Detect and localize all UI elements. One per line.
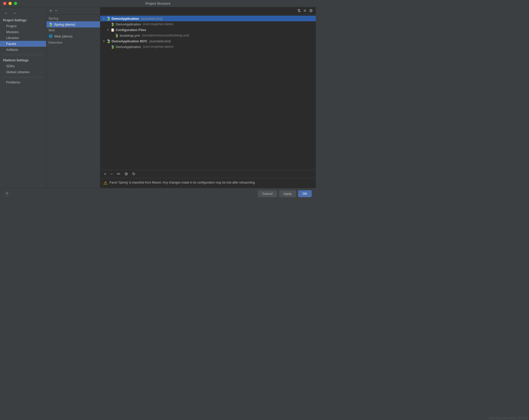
sidebar-item-artifacts[interactable]: Artifacts [0, 47, 46, 53]
sidebar-item-global-libraries[interactable]: Global Libraries [0, 69, 46, 75]
main-layout: ← → Project Settings Project Modules Lib… [0, 7, 316, 188]
remove-facet-button[interactable]: − [54, 8, 58, 13]
ok-button[interactable]: OK [298, 190, 312, 197]
maximize-button[interactable] [14, 2, 17, 5]
sdks-label: SDKs [6, 64, 15, 68]
spring-icon: 🍃 [48, 22, 53, 26]
web-demo-label: Web (demo) [54, 34, 72, 38]
footer-right: Cancel Apply OK [258, 190, 312, 197]
minimize-button[interactable] [8, 2, 12, 5]
middle-content: Spring 🍃 Spring (demo) Web 🌐 Web (demo) … [46, 15, 100, 188]
tree-name-5: DemoApplication [116, 45, 141, 49]
footer-left: ? [4, 191, 10, 197]
edit-action-button[interactable]: ✏ [115, 171, 122, 177]
title-bar: Project Structure [0, 0, 316, 7]
web-demo-item[interactable]: 🌐 Web (demo) [46, 33, 100, 39]
right-toolbar: ⇅ ≡ ⚙ [100, 7, 316, 15]
traffic-lights[interactable] [3, 2, 17, 5]
spring-group-label: Spring [46, 16, 100, 21]
remove-action-button[interactable]: − [109, 171, 114, 177]
detection-label: Detection [46, 39, 100, 45]
middle-panel: + − Spring 🍃 Spring (demo) Web 🌐 Web (de… [46, 7, 100, 188]
tree-arrow-2: ▼ [106, 28, 110, 31]
tree-path-5: (com.muyichen.demo) [143, 45, 173, 49]
sort-icon-glyph: ⇅ [297, 8, 301, 13]
tree-arrow-3 [111, 34, 114, 37]
sidebar-item-modules[interactable]: Modules [0, 29, 46, 35]
sidebar-divider [3, 55, 43, 55]
tree-path-1: (com.muyichen.demo) [143, 22, 173, 26]
tree-row-config-files[interactable]: ▼ 📋 Configuration Files [100, 27, 316, 33]
apply-button[interactable]: Apply [279, 190, 296, 197]
artifacts-label: Artifacts [6, 48, 18, 52]
add-facet-button[interactable]: + [48, 8, 53, 13]
spring-icon-0: 🍃 [106, 16, 111, 21]
spring-demo-item[interactable]: 🍃 Spring (demo) [46, 21, 100, 27]
project-label: Project [6, 24, 16, 28]
tree-row-demo-mvc-pkg[interactable]: 🍃 DemoApplication (com.muyichen.demo) [100, 44, 316, 50]
cancel-button[interactable]: Cancel [258, 190, 277, 197]
refresh-action-button[interactable]: ↻ [131, 171, 137, 177]
tree-content: ▼ 🍃 DemoApplication (autodetected) 🍃 Dem… [100, 15, 316, 170]
right-panel: ⇅ ≡ ⚙ ▼ 🍃 DemoApplication (autodetected)… [100, 7, 316, 188]
tree-name-3: bootstrap.yml [120, 34, 140, 37]
spring-icon-1: 🍃 [111, 22, 115, 26]
sidebar-item-facets[interactable]: Facets [0, 41, 46, 47]
tree-name-1: DemoApplication [116, 22, 141, 26]
sidebar-item-problems[interactable]: Problems [0, 79, 46, 85]
facets-label: Facets [6, 42, 16, 46]
warning-icon: ⚠ [103, 180, 107, 186]
sidebar-divider-2 [3, 77, 43, 77]
spring-icon-5: 🍃 [111, 45, 115, 49]
tree-name-4: DemoApplication MVC [112, 39, 147, 43]
tree-italic-0: (autodetected) [140, 17, 162, 21]
platform-settings-label: Platform Settings [0, 57, 46, 63]
close-button[interactable] [3, 2, 6, 5]
web-group-label: Web [46, 27, 100, 33]
sidebar-nav: ← → [0, 9, 46, 17]
settings-icon-glyph: ⚙ [309, 8, 313, 13]
tree-arrow-5 [106, 45, 110, 48]
tree-name-2: Configuration Files [116, 28, 146, 32]
filter-icon[interactable]: ≡ [303, 8, 307, 13]
settings-icon[interactable]: ⚙ [308, 8, 314, 13]
settings-action-button[interactable]: ⚙ [123, 171, 130, 177]
tree-row-demo-app[interactable]: ▼ 🍃 DemoApplication (autodetected) [100, 16, 316, 21]
window-title: Project Structure [145, 2, 170, 5]
web-icon: 🌐 [48, 34, 53, 38]
warning-text: Facet 'Spring' is imported from Maven. A… [110, 180, 256, 185]
nav-back-button[interactable]: ← [3, 10, 9, 16]
problems-label: Problems [6, 80, 20, 84]
sort-icon[interactable]: ⇅ [296, 8, 302, 13]
dialog-footer: ? Cancel Apply OK [0, 188, 316, 199]
nav-forward-button[interactable]: → [11, 10, 17, 16]
global-libraries-label: Global Libraries [6, 70, 30, 74]
sidebar-item-sdks[interactable]: SDKs [0, 63, 46, 69]
tree-arrow-4: ▼ [102, 40, 105, 43]
spring-demo-label: Spring (demo) [54, 23, 75, 26]
sidebar: ← → Project Settings Project Modules Lib… [0, 7, 46, 188]
sidebar-item-project[interactable]: Project [0, 23, 46, 29]
spring-icon-3: 🍃 [115, 33, 119, 37]
spring-icon-4: 🍃 [106, 39, 111, 43]
add-action-button[interactable]: + [102, 171, 108, 177]
tree-arrow-0: ▼ [102, 17, 105, 20]
tree-arrow-1 [106, 23, 110, 26]
project-settings-label: Project Settings [0, 17, 46, 23]
modules-label: Modules [6, 30, 19, 34]
tree-row-demo-app-pkg[interactable]: 🍃 DemoApplication (com.muyichen.demo) [100, 21, 316, 27]
warning-bar: ⚠ Facet 'Spring' is imported from Maven.… [100, 178, 316, 188]
sidebar-item-libraries[interactable]: Libraries [0, 35, 46, 41]
config-icon-2: 📋 [111, 28, 115, 32]
help-button[interactable]: ? [4, 191, 10, 197]
tree-name-0: DemoApplication [112, 17, 139, 21]
tree-row-demo-mvc[interactable]: ▼ 🍃 DemoApplication MVC (autodetected) [100, 38, 316, 44]
middle-toolbar: + − [46, 7, 100, 15]
libraries-label: Libraries [6, 36, 19, 40]
tree-row-bootstrap[interactable]: 🍃 bootstrap.yml (src/main/resources/boot… [100, 33, 316, 38]
filter-icon-glyph: ≡ [304, 8, 306, 13]
bottom-action-bar: + − ✏ ⚙ ↻ [100, 170, 316, 178]
tree-path-3: (src/main/resources/bootstrap.yml) [142, 34, 189, 37]
tree-italic-4: (autodetected) [148, 39, 171, 43]
